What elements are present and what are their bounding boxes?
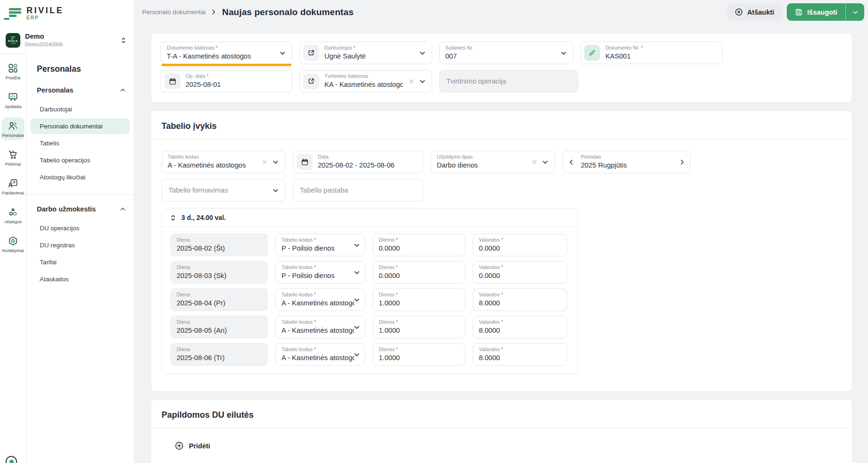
sidebar-item-tabelio-operacijos[interactable]: Tabelio operacijos: [30, 152, 130, 168]
papildomos-du-card: Papildomos DU eilutės Pridėti: [151, 399, 852, 463]
op-data-field[interactable]: Op. data 2025-08-01: [161, 70, 292, 93]
diena-field: Diena2025-08-02 (Št): [170, 234, 268, 256]
company-switcher[interactable]: RIVILE Demo Demo20240906: [0, 26, 134, 54]
sidebar-item-personalo-dokumentai[interactable]: Personalo dokumentai: [30, 118, 130, 134]
tabelio-summary-row[interactable]: 3 d., 24.00 val.: [162, 209, 578, 227]
breadcrumb-parent-link[interactable]: Personalo dokumentai: [142, 8, 205, 16]
clear-x-icon[interactable]: [408, 78, 415, 84]
chevron-down-icon[interactable]: [279, 50, 286, 57]
rail-item-pradzia[interactable]: Pradžia: [1, 60, 25, 83]
help-icon: [9, 460, 14, 463]
left-body: Pradžia Apskaita Personalas Pirkimai Par…: [0, 54, 134, 463]
sutarties-nr-field[interactable]: Sutarties Nr. 007: [439, 42, 573, 64]
tabelio-row: Diena2025-08-04 (Pr) Tabelio kodasA - Ka…: [170, 288, 569, 311]
dienos-field[interactable]: Dienos0.0000: [373, 234, 465, 256]
darbuotojas-field[interactable]: Darbuotojas Ugnė Saulytė: [299, 42, 432, 64]
sidebar-item-ataskaitos[interactable]: Ataskaitos: [30, 271, 130, 287]
app-logo[interactable]: RIVILE ERP: [0, 0, 134, 26]
tabelio-row: Diena2025-08-05 (An) Tabelio kodasA - Ka…: [170, 316, 569, 338]
period-prev-button[interactable]: [563, 151, 579, 173]
dienos-field[interactable]: Dienos1.0000: [373, 288, 465, 311]
chevron-down-icon[interactable]: [560, 50, 567, 57]
chevron-down-icon[interactable]: [419, 50, 426, 57]
chevron-down-icon[interactable]: [542, 159, 549, 166]
rail-item-pardavimai[interactable]: Pardavimai: [1, 175, 25, 198]
data-range-field[interactable]: Data 2025-08-02 - 2025-08-06: [293, 151, 423, 173]
row-tabelio-kodas-field[interactable]: Tabelio kodasA - Kasmetinės atostogos: [275, 343, 365, 366]
sidebar-item-tabelis[interactable]: Tabelis: [30, 135, 130, 151]
row-tabelio-kodas-field[interactable]: Tabelio kodasA - Kasmetinės atostogos: [275, 316, 365, 338]
uzpildymo-tipas-filter[interactable]: Užpildymo tipas Darbo dienos: [431, 151, 555, 173]
shapes-icon: [8, 207, 18, 218]
rail-item-nustatymai[interactable]: Nustatymai: [1, 233, 25, 255]
tabelio-formavimas-field[interactable]: Tabelio formavimas: [162, 179, 285, 202]
circle-x-icon: [735, 8, 743, 16]
module-rail: Pradžia Apskaita Personalas Pirkimai Par…: [0, 54, 26, 463]
document-form-card: Dokumento šablonas T-A - Kasmetinės atos…: [151, 33, 852, 103]
chevron-down-icon[interactable]: [272, 159, 279, 166]
tvirtinimo-sablonas-field[interactable]: Tvirtinimo šablonas KA - Kasmetinės atos…: [299, 70, 432, 93]
row-tabelio-kodas-field[interactable]: Tabelio kodasP - Poilsio dienos: [275, 234, 365, 256]
sidebar-section-personalas[interactable]: Personalas: [26, 84, 134, 97]
app-root: RIVILE ERP RIVILE Demo Demo20240906 Prad…: [0, 0, 868, 463]
chevron-down-icon[interactable]: [353, 269, 360, 276]
sidebar-title: Personalas: [26, 59, 134, 84]
clear-x-icon[interactable]: [531, 159, 537, 165]
valandos-field[interactable]: Valandos0.0000: [473, 261, 567, 284]
diena-field: Diena2025-08-04 (Pr): [170, 288, 268, 311]
rail-item-atsargos[interactable]: Atsargos: [1, 204, 25, 227]
valandos-field[interactable]: Valandos8.0000: [473, 316, 567, 338]
sidebar-item-atostogu-likuciai[interactable]: Atostogų likučiai: [30, 169, 130, 185]
row-tabelio-kodas-field[interactable]: Tabelio kodasA - Kasmetinės atostogos: [275, 288, 365, 311]
calendar-icon[interactable]: [164, 73, 180, 89]
tabelio-row: Diena2025-08-06 (Tr) Tabelio kodasA - Ka…: [170, 343, 569, 366]
chevron-down-icon[interactable]: [353, 242, 360, 249]
diena-field: Diena2025-08-03 (Sk): [170, 261, 268, 284]
chevron-up-icon: [119, 87, 126, 93]
papildomos-du-title: Papildomos DU eilutės: [151, 400, 852, 428]
dashboard-icon: [8, 63, 18, 74]
valandos-field[interactable]: Valandos8.0000: [473, 288, 567, 311]
rail-item-apskaita[interactable]: Apskaita: [1, 89, 25, 111]
valandos-field[interactable]: Valandos8.0000: [473, 343, 567, 366]
cancel-button[interactable]: Atšaukti: [726, 3, 783, 21]
sidebar-divider: [26, 194, 134, 195]
rail-item-personalas[interactable]: Personalas: [1, 118, 25, 140]
switch-company-icon[interactable]: [120, 37, 127, 44]
dokumento-nr-field[interactable]: Dokumento Nr. KAS001: [580, 42, 723, 64]
tabelio-kodas-filter[interactable]: Tabelio kodas A - Kasmetinės atostogos: [162, 151, 285, 173]
diena-field: Diena2025-08-06 (Tr): [170, 343, 268, 366]
external-link-icon[interactable]: [303, 45, 319, 61]
external-link-icon[interactable]: [303, 73, 319, 89]
sidebar-item-tarifai[interactable]: Tarifai: [30, 254, 130, 270]
sidebar-section-darbo-uzmokestis[interactable]: Darbo užmokestis: [26, 202, 134, 216]
valandos-field[interactable]: Valandos0.0000: [473, 234, 567, 256]
save-options-button[interactable]: [845, 3, 864, 21]
clear-x-icon[interactable]: [262, 159, 268, 165]
period-next-button[interactable]: [674, 151, 690, 173]
sort-vertical-icon: [170, 214, 177, 221]
tabelio-row: Diena2025-08-03 (Sk) Tabelio kodasP - Po…: [170, 261, 569, 284]
dokumento-sablonas-field[interactable]: Dokumento šablonas T-A - Kasmetinės atos…: [161, 42, 292, 64]
sidebar-item-du-operacijos[interactable]: DU operacijos: [30, 220, 130, 236]
row-tabelio-kodas-field[interactable]: Tabelio kodasP - Poilsio dienos: [275, 261, 365, 284]
tabelio-rows-card: 3 d., 24.00 val. Diena2025-08-02 (Št) Ta…: [162, 208, 578, 374]
save-button[interactable]: Išsaugoti: [787, 3, 845, 21]
dienos-field[interactable]: Dienos1.0000: [373, 343, 465, 366]
rail-item-pirkimai[interactable]: Pirkimai: [1, 146, 25, 169]
calendar-icon[interactable]: [297, 154, 313, 170]
main-area: Personalo dokumentai Naujas personalo do…: [134, 0, 868, 463]
dienos-field[interactable]: Dienos1.0000: [373, 316, 465, 338]
chevron-down-icon[interactable]: [272, 187, 279, 194]
chevron-down-icon[interactable]: [353, 324, 360, 331]
sidebar-item-du-registras[interactable]: DU registras: [30, 237, 130, 253]
chevron-down-icon[interactable]: [353, 296, 360, 303]
periodas-field[interactable]: Periodas 2025 Rugpjūtis: [562, 151, 690, 173]
sidebar-item-darbuotojai[interactable]: Darbuotojai: [30, 101, 130, 117]
chevron-down-icon[interactable]: [353, 351, 360, 358]
tabelio-pastaba-field[interactable]: Tabelio pastaba: [293, 179, 423, 202]
add-row-button[interactable]: Pridėti: [175, 441, 210, 450]
accounting-board-icon: [8, 92, 18, 102]
dienos-field[interactable]: Dienos0.0000: [373, 261, 465, 284]
chevron-down-icon[interactable]: [419, 78, 426, 85]
